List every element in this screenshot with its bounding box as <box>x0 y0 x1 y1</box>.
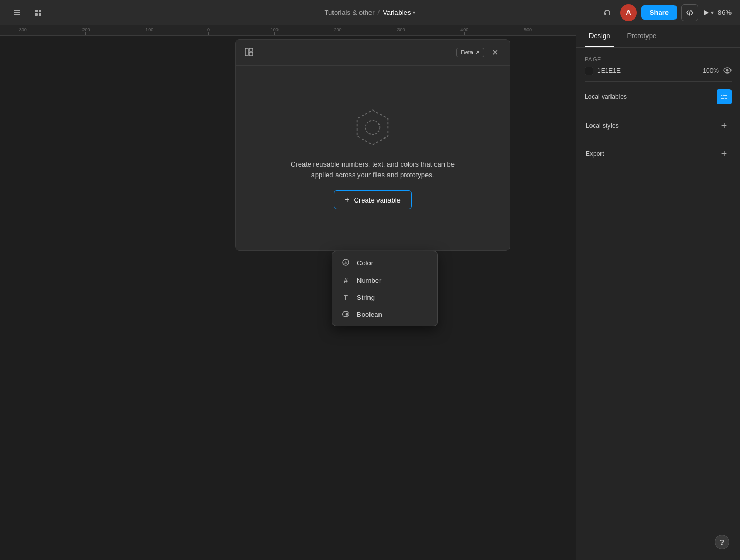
topbar-center: Tutorials & other / Variables ▾ <box>325 8 416 16</box>
layout-icon[interactable] <box>244 47 254 58</box>
audio-button[interactable] <box>599 4 616 21</box>
visibility-icon[interactable] <box>723 67 732 75</box>
local-styles-section: Local styles + <box>585 112 732 140</box>
topbar: Tutorials & other / Variables ▾ A Share <box>0 0 740 25</box>
page-section: Page 1E1E1E 100% <box>585 56 732 75</box>
export-section: Export + <box>585 140 732 168</box>
variables-empty-icon <box>352 106 394 149</box>
local-variables-settings-button[interactable] <box>717 89 732 104</box>
ruler-mark: -300 <box>17 27 27 35</box>
local-variables-label: Local variables <box>585 93 627 100</box>
local-styles-add-button[interactable]: + <box>718 120 730 132</box>
right-panel-tabs: Design Prototype <box>576 25 740 48</box>
svg-rect-10 <box>249 52 253 56</box>
variables-panel: Beta ↗ ✕ Create reusable numbers, text, … <box>235 39 510 251</box>
svg-marker-7 <box>704 10 709 15</box>
topbar-right: A Share ▾ 86% <box>599 4 732 21</box>
right-panel: Design Prototype Page 1E1E1E 100% Local … <box>576 25 740 560</box>
breadcrumb-separator: / <box>378 8 380 16</box>
variable-type-dropdown: Color # Number T String Boolean <box>332 251 438 326</box>
layers-toggle-button[interactable] <box>8 4 25 21</box>
local-styles-label: Local styles <box>586 122 619 130</box>
external-link-icon: ↗ <box>475 50 479 56</box>
ruler-mark: 500 <box>524 27 532 35</box>
svg-point-11 <box>366 121 380 135</box>
tab-design[interactable]: Design <box>585 25 614 47</box>
play-button[interactable]: ▾ <box>702 9 714 16</box>
page-section-label: Page <box>585 56 732 62</box>
dropdown-item-string[interactable]: T String <box>332 289 437 306</box>
page-color-swatch[interactable] <box>585 67 593 75</box>
color-icon <box>341 259 350 268</box>
panel-header-right: Beta ↗ ✕ <box>456 46 501 59</box>
local-styles-header[interactable]: Local styles + <box>585 120 732 132</box>
svg-rect-3 <box>35 10 38 12</box>
avatar[interactable]: A <box>620 4 637 21</box>
help-button[interactable]: ? <box>715 535 729 549</box>
svg-point-16 <box>726 69 729 72</box>
ruler-mark: 300 <box>397 27 405 35</box>
panel-description: Create reusable numbers, text, and color… <box>291 159 455 180</box>
svg-rect-2 <box>14 14 20 15</box>
svg-point-20 <box>725 98 726 99</box>
svg-rect-4 <box>39 10 41 12</box>
ruler-mark: 200 <box>334 27 342 35</box>
dropdown-item-number[interactable]: # Number <box>332 272 437 289</box>
horizontal-ruler: -300 -200 -100 0 100 200 300 400 500 <box>0 25 576 36</box>
panel-header-icons <box>244 47 254 58</box>
ruler-mark: -200 <box>80 27 90 35</box>
dropdown-item-boolean[interactable]: Boolean <box>332 306 437 323</box>
play-chevron-icon: ▾ <box>711 10 714 15</box>
close-button[interactable]: ✕ <box>488 46 501 59</box>
ruler-marks: -300 -200 -100 0 100 200 300 400 500 <box>0 25 576 35</box>
ruler-mark: -100 <box>144 27 153 35</box>
ruler-mark: 100 <box>271 27 279 35</box>
share-button[interactable]: Share <box>641 5 677 20</box>
export-label: Export <box>586 150 604 158</box>
svg-rect-9 <box>249 48 253 51</box>
ruler-mark: 0 <box>207 27 210 35</box>
assets-button[interactable] <box>30 4 47 21</box>
page-color-row: 1E1E1E 100% <box>585 67 732 75</box>
dropdown-item-color[interactable]: Color <box>332 254 437 272</box>
svg-point-19 <box>723 95 724 96</box>
code-view-button[interactable] <box>681 4 698 21</box>
variables-panel-header: Beta ↗ ✕ <box>236 40 510 66</box>
svg-rect-6 <box>39 13 41 16</box>
ruler-mark: 400 <box>460 27 468 35</box>
svg-rect-8 <box>245 48 248 56</box>
export-add-button[interactable]: + <box>718 148 730 160</box>
beta-badge[interactable]: Beta ↗ <box>456 48 484 57</box>
toggle-icon <box>341 310 350 318</box>
text-icon: T <box>341 293 350 301</box>
page-color-hex[interactable]: 1E1E1E <box>597 67 698 75</box>
topbar-left <box>8 4 47 21</box>
svg-point-14 <box>346 313 349 316</box>
right-panel-content: Page 1E1E1E 100% Local variables <box>576 48 740 560</box>
breadcrumb-parent[interactable]: Tutorials & other <box>325 8 375 16</box>
breadcrumb-chevron-icon: ▾ <box>413 10 415 15</box>
variables-panel-body: Create reusable numbers, text, and color… <box>236 66 510 250</box>
svg-rect-0 <box>14 10 20 11</box>
svg-rect-1 <box>14 12 20 13</box>
page-opacity[interactable]: 100% <box>702 67 719 75</box>
right-panel-bottom: ? <box>715 535 729 549</box>
local-variables-section: Local variables <box>585 81 732 112</box>
export-header[interactable]: Export + <box>585 148 732 160</box>
plus-icon: + <box>345 195 349 205</box>
breadcrumb-current[interactable]: Variables ▾ <box>383 8 415 16</box>
create-variable-button[interactable]: + Create variable <box>334 190 412 209</box>
hash-icon: # <box>341 276 350 285</box>
svg-rect-5 <box>35 13 38 16</box>
zoom-level[interactable]: 86% <box>718 8 732 16</box>
tab-prototype[interactable]: Prototype <box>623 25 661 47</box>
